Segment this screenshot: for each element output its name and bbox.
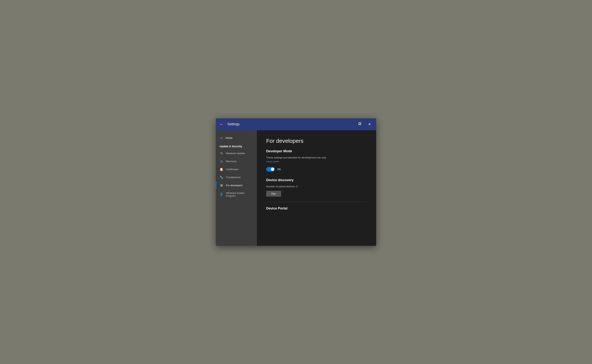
settings-window: ← Settings ✕ ⌂ Home Update & Security ↻ … <box>216 118 376 246</box>
sidebar-item-certificates[interactable]: 📋 Certificates <box>216 165 257 173</box>
for-developers-icon: ⊞ <box>220 184 223 187</box>
sidebar-item-label: For developers <box>226 184 243 187</box>
developer-mode-title: Developer Mode <box>266 149 367 153</box>
titlebar: ← Settings ✕ <box>216 118 376 130</box>
window-controls: ✕ <box>357 121 372 127</box>
back-button[interactable]: ← <box>220 122 224 126</box>
close-button[interactable]: ✕ <box>367 122 372 127</box>
learn-more-link[interactable]: Learn more <box>266 160 367 163</box>
pair-button[interactable]: Pair <box>266 191 281 197</box>
certificates-icon: 📋 <box>220 168 223 171</box>
sidebar-item-for-developers[interactable]: ⊞ For developers <box>216 181 257 189</box>
sidebar-item-label: Windows Insider Program <box>226 192 253 197</box>
sidebar-item-label: Recovery <box>226 160 237 163</box>
sidebar-item-windows-update[interactable]: ↻ Windows Update <box>216 149 257 157</box>
troubleshoot-icon: 🔧 <box>220 176 223 179</box>
sidebar: ⌂ Home Update & Security ↻ Windows Updat… <box>216 130 257 246</box>
device-discovery-section: Device discovery Number of paired device… <box>266 178 367 197</box>
device-portal-section: Device Portal <box>266 207 367 210</box>
developer-mode-section: Developer Mode These settings are intend… <box>266 149 367 171</box>
developer-mode-description: These settings are intended for developm… <box>266 156 367 159</box>
window-title: Settings <box>228 122 357 126</box>
recovery-icon: ◷ <box>220 160 223 163</box>
page-title: For developers <box>266 138 367 144</box>
windows-update-icon: ↻ <box>220 151 223 155</box>
sidebar-item-label: Windows Update <box>226 152 245 155</box>
device-discovery-title: Device discovery <box>266 178 367 182</box>
restore-button[interactable] <box>357 121 363 127</box>
restore-icon <box>358 122 361 125</box>
developer-mode-toggle[interactable] <box>266 167 275 171</box>
toggle-knob <box>271 168 274 171</box>
sidebar-item-home[interactable]: ⌂ Home <box>216 134 257 142</box>
windows-insider-icon: 👤 <box>220 193 223 196</box>
home-icon: ⌂ <box>220 136 223 140</box>
toggle-state-label: On <box>277 168 281 171</box>
sidebar-item-troubleshoot[interactable]: 🔧 Troubleshoot <box>216 173 257 181</box>
sidebar-item-recovery[interactable]: ◷ Recovery <box>216 157 257 165</box>
section-divider <box>266 202 367 202</box>
developer-mode-toggle-row: On <box>266 167 367 171</box>
sidebar-home-label: Home <box>226 136 232 139</box>
content-area: ⌂ Home Update & Security ↻ Windows Updat… <box>216 130 376 246</box>
main-content: For developers Developer Mode These sett… <box>257 130 376 246</box>
sidebar-item-label: Certificates <box>226 168 239 171</box>
sidebar-item-label: Troubleshoot <box>226 176 241 179</box>
sidebar-section-label: Update & Security <box>216 142 257 149</box>
device-portal-title: Device Portal <box>266 207 367 210</box>
paired-devices-text: Number of paired devices: 0 <box>266 185 367 188</box>
sidebar-item-windows-insider[interactable]: 👤 Windows Insider Program <box>216 189 257 199</box>
